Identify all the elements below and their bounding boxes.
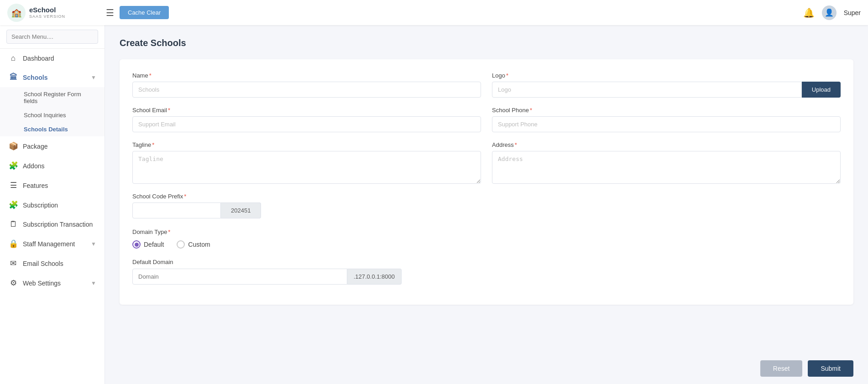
chevron-down-icon: ▼ xyxy=(91,74,96,81)
logo-input[interactable] xyxy=(492,82,802,98)
addons-icon: 🧩 xyxy=(8,161,18,171)
reset-button[interactable]: Reset xyxy=(760,360,803,377)
domain-type-radio-group: Default Custom xyxy=(132,240,841,249)
package-icon: 📦 xyxy=(8,141,18,151)
form-row-code-prefix: School Code Prefix* SCH 202451 xyxy=(132,193,841,218)
school-phone-input[interactable] xyxy=(492,116,841,132)
sidebar-item-addons[interactable]: 🧩 Addons xyxy=(0,156,105,176)
form-row-tagline-address: Tagline* Address* xyxy=(132,141,841,184)
cache-clear-button[interactable]: Cache Clear xyxy=(120,6,169,19)
sidebar-item-schools[interactable]: 🏛 Schools ▼ xyxy=(0,68,105,87)
svg-text:🏫: 🏫 xyxy=(11,8,22,18)
sidebar-item-school-register[interactable]: School Register Form fields xyxy=(0,87,105,108)
topnav-right: 🔔 👤 Super xyxy=(803,5,861,20)
school-email-input[interactable] xyxy=(132,116,481,132)
sidebar-item-label: Package xyxy=(23,143,47,150)
brand-logo: 🏫 xyxy=(7,4,26,22)
radio-default-indicator xyxy=(132,240,141,249)
radio-default-text: Default xyxy=(144,241,164,248)
hamburger-icon[interactable]: ☰ xyxy=(106,7,114,18)
dashboard-icon: ⌂ xyxy=(8,54,18,63)
upload-button[interactable]: Upload xyxy=(802,82,841,98)
logo-label: Logo* xyxy=(492,72,841,79)
school-email-label: School Email* xyxy=(132,107,481,114)
sidebar-item-staff-management[interactable]: 🔒 Staff Management ▼ xyxy=(0,234,105,254)
sidebar-item-label: Addons xyxy=(23,162,44,170)
settings-icon: ⚙ xyxy=(8,278,18,288)
code-suffix: 202451 xyxy=(221,202,261,218)
code-prefix-row: SCH 202451 xyxy=(132,202,261,218)
domain-row: .127.0.0.1:8000 xyxy=(132,269,402,285)
sidebar-item-web-settings[interactable]: ⚙ Web Settings ▼ xyxy=(0,273,105,293)
notification-icon[interactable]: 🔔 xyxy=(803,7,815,18)
form-group-domain-type: Domain Type* Default Custom xyxy=(132,228,841,249)
sidebar-search xyxy=(0,25,105,49)
sidebar-item-school-inquiries[interactable]: School Inquiries xyxy=(0,108,105,122)
form-group-school-phone: School Phone* xyxy=(492,107,841,132)
user-name: Super xyxy=(844,9,861,16)
code-prefix-input[interactable]: SCH xyxy=(132,202,221,218)
sidebar-item-label: Subscription Transaction xyxy=(23,221,93,228)
topnav: 🏫 eSchool SAAS VERSION ☰ Cache Clear 🔔 👤… xyxy=(0,0,868,25)
create-schools-form: Name* Logo* Upload School Em xyxy=(120,59,853,305)
sidebar-item-subscription-transaction[interactable]: 🗒 Subscription Transaction xyxy=(0,215,105,234)
sidebar-item-email-schools[interactable]: ✉ Email Schools xyxy=(0,254,105,273)
features-icon: ☰ xyxy=(8,181,18,190)
form-row-email-phone: School Email* School Phone* xyxy=(132,107,841,132)
main-content: Create Schools Name* Logo* Upload xyxy=(105,25,868,384)
logo-field-row: Upload xyxy=(492,82,841,98)
default-domain-label: Default Domain xyxy=(132,259,173,265)
form-row-name-logo: Name* Logo* Upload xyxy=(132,72,841,98)
sub-transaction-icon: 🗒 xyxy=(8,220,18,229)
form-group-name: Name* xyxy=(132,72,481,98)
sidebar-item-label: Staff Management xyxy=(23,240,75,248)
form-group-logo: Logo* Upload xyxy=(492,72,841,98)
sidebar-item-features[interactable]: ☰ Features xyxy=(0,176,105,195)
sidebar-scroll: ⌂ Dashboard 🏛 Schools ▼ School Register … xyxy=(0,49,105,293)
sidebar-item-label: Features xyxy=(23,182,48,189)
radio-custom-text: Custom xyxy=(188,241,210,248)
avatar: 👤 xyxy=(822,5,837,20)
sidebar-item-label: Schools xyxy=(23,74,47,81)
sidebar-item-label: Web Settings xyxy=(23,280,61,287)
form-footer: Reset Submit xyxy=(746,353,868,384)
name-label: Name* xyxy=(132,72,481,79)
code-prefix-label: School Code Prefix* xyxy=(132,193,261,200)
sidebar: ⌂ Dashboard 🏛 Schools ▼ School Register … xyxy=(0,25,105,384)
form-group-address: Address* xyxy=(492,141,841,184)
staff-icon: 🔒 xyxy=(8,239,18,249)
sidebar-item-label: Dashboard xyxy=(23,55,54,62)
brand-sub: SAAS VERSION xyxy=(29,14,65,19)
form-group-tagline: Tagline* xyxy=(132,141,481,184)
address-label: Address* xyxy=(492,141,841,148)
address-input[interactable] xyxy=(492,151,841,184)
sidebar-item-schools-details[interactable]: Schools Details xyxy=(0,122,105,136)
tagline-input[interactable] xyxy=(132,151,481,184)
sidebar-item-subscription[interactable]: 🧩 Subscription xyxy=(0,195,105,215)
radio-custom-label[interactable]: Custom xyxy=(177,240,210,249)
submit-button[interactable]: Submit xyxy=(808,360,853,377)
radio-default-dot xyxy=(135,243,139,247)
domain-input[interactable] xyxy=(132,269,347,285)
domain-type-label: Domain Type* xyxy=(132,228,170,235)
sidebar-item-label: Email Schools xyxy=(23,260,63,267)
subscription-icon: 🧩 xyxy=(8,200,18,210)
sidebar-item-package[interactable]: 📦 Package xyxy=(0,136,105,156)
brand-name: eSchool xyxy=(29,6,65,14)
domain-suffix: .127.0.0.1:8000 xyxy=(347,269,402,285)
chevron-down-icon: ▼ xyxy=(91,280,96,286)
name-input[interactable] xyxy=(132,82,481,98)
school-phone-label: School Phone* xyxy=(492,107,841,114)
radio-custom-indicator xyxy=(177,240,185,249)
page-title: Create Schools xyxy=(120,38,853,48)
sidebar-item-dashboard[interactable]: ⌂ Dashboard xyxy=(0,49,105,68)
search-input[interactable] xyxy=(6,30,98,44)
form-group-default-domain: Default Domain .127.0.0.1:8000 xyxy=(132,258,841,285)
email-icon: ✉ xyxy=(8,259,18,268)
form-group-code-prefix: School Code Prefix* SCH 202451 xyxy=(132,193,261,218)
schools-icon: 🏛 xyxy=(8,73,18,82)
radio-default-label[interactable]: Default xyxy=(132,240,164,249)
form-group-school-email: School Email* xyxy=(132,107,481,132)
brand: 🏫 eSchool SAAS VERSION xyxy=(7,4,99,22)
sidebar-item-label: Subscription xyxy=(23,202,58,209)
